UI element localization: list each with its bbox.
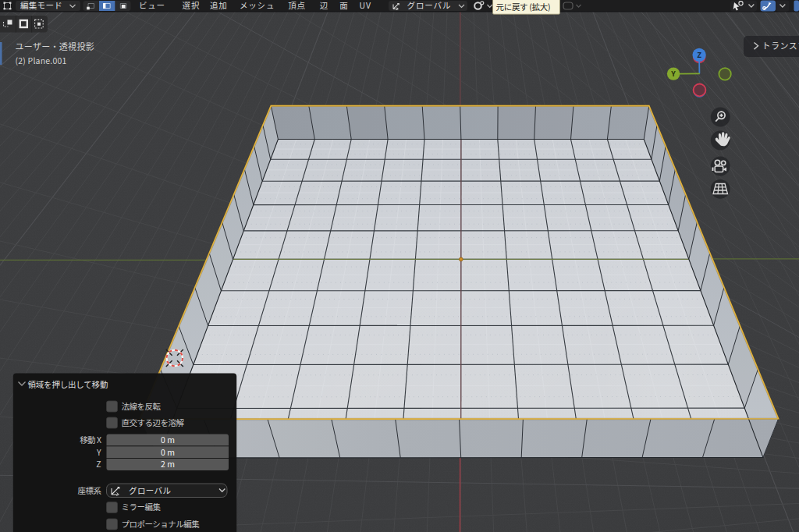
- svg-text:ミラー編集: ミラー編集: [122, 501, 162, 512]
- svg-text:プロポーショナル編集: プロポーショナル編集: [122, 518, 201, 530]
- svg-text:領域を押し出して移動: 領域を押し出して移動: [28, 378, 108, 390]
- menu[interactable]: 選択: [183, 0, 201, 11]
- overlay-toggles[interactable]: [730, 1, 799, 12]
- svg-text:0 m: 0 m: [161, 446, 175, 458]
- tooltip: 元に戻す (拡大): [493, 0, 560, 14]
- svg-text:直交する辺を溶解: 直交する辺を溶解: [122, 417, 185, 428]
- blender-3d-viewport: Z Y トランスフ 領域を押し出して移動法線を反転直交する辺を溶解 0 m 0 …: [0, 0, 799, 532]
- select-mode[interactable]: [83, 1, 131, 11]
- svg-text:Y: Y: [96, 446, 101, 458]
- svg-text:法線を反転: 法線を反転: [122, 400, 162, 412]
- svg-text:Z: Z: [96, 458, 101, 470]
- svg-text:元に戻す (拡大): 元に戻す (拡大): [496, 1, 551, 12]
- n-panel-tab[interactable]: トランスフ: [744, 36, 799, 57]
- menu[interactable]: 面: [339, 0, 348, 11]
- menu[interactable]: メッシュ: [240, 0, 275, 11]
- header: 編集モード ビュー選択追加メッシュ頂点辺面UV グローバル: [0, 0, 799, 12]
- orientation[interactable]: グローバル: [389, 0, 467, 11]
- toolbar: [0, 16, 48, 33]
- mode-select[interactable]: 編集モード: [16, 0, 80, 11]
- svg-text:グローバル: グローバル: [407, 0, 452, 11]
- svg-text:編集モード: 編集モード: [20, 0, 62, 11]
- fields[interactable]: 0 m 0 m 2 m: [107, 434, 229, 470]
- svg-text:0 m: 0 m: [161, 434, 175, 445]
- menu[interactable]: UV: [360, 0, 371, 11]
- menu[interactable]: ビュー: [139, 0, 165, 11]
- svg-text:2 m: 2 m: [161, 458, 175, 470]
- svg-text:ユーザー・透視投影: ユーザー・透視投影: [16, 40, 94, 52]
- svg-text:グローバル: グローバル: [129, 484, 171, 496]
- operator-panel: 領域を押し出して移動法線を反転直交する辺を溶解 0 m 0 m 2 m 移動 X…: [13, 374, 236, 532]
- menu[interactable]: 頂点: [288, 0, 306, 11]
- svg-text:移動 X: 移動 X: [80, 434, 101, 445]
- menu[interactable]: 辺: [320, 0, 328, 11]
- svg-text:座標系: 座標系: [78, 484, 102, 496]
- svg-text:トランスフ: トランスフ: [762, 39, 799, 51]
- menu[interactable]: 追加: [210, 0, 228, 11]
- coord-dropdown[interactable]: グローバル: [107, 484, 228, 498]
- svg-text:Z: Z: [697, 49, 701, 60]
- svg-text:Y: Y: [670, 68, 676, 79]
- svg-text:(2) Plane.001: (2) Plane.001: [16, 55, 67, 66]
